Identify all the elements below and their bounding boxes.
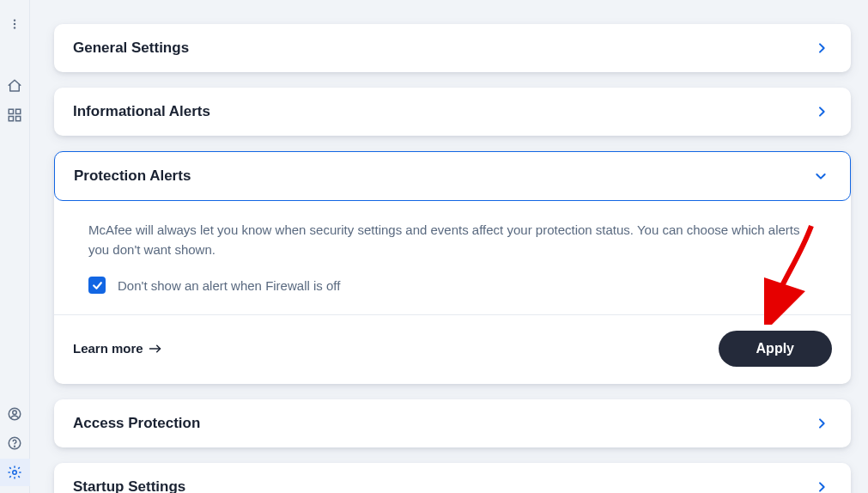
home-icon[interactable] xyxy=(0,72,30,100)
section-header-access-protection[interactable]: Access Protection xyxy=(54,399,851,447)
section-protection-alerts: Protection Alerts McAfee will always let… xyxy=(54,151,851,384)
svg-point-11 xyxy=(13,471,17,475)
chevron-right-icon xyxy=(815,105,829,119)
section-footer: Learn more Apply xyxy=(54,314,851,384)
svg-point-1 xyxy=(14,23,15,25)
more-options-icon[interactable] xyxy=(0,10,30,38)
section-title: Access Protection xyxy=(73,415,200,432)
chevron-down-icon xyxy=(814,169,828,183)
section-header-startup-settings[interactable]: Startup Settings xyxy=(54,463,851,493)
chevron-right-icon xyxy=(815,41,829,55)
svg-rect-3 xyxy=(9,109,13,113)
section-title: Informational Alerts xyxy=(73,103,210,120)
checkbox-row-firewall-alert: Don't show an alert when Firewall is off xyxy=(88,276,822,295)
chevron-right-icon xyxy=(815,417,829,430)
checkbox-firewall-alert[interactable] xyxy=(88,277,106,294)
section-informational-alerts: Informational Alerts xyxy=(54,88,851,136)
section-title: Startup Settings xyxy=(73,478,185,493)
svg-rect-6 xyxy=(16,117,21,121)
section-body: McAfee will always let you know when sec… xyxy=(54,201,851,314)
section-general-settings: General Settings xyxy=(54,24,851,72)
account-icon[interactable] xyxy=(0,400,30,428)
section-description: McAfee will always let you know when sec… xyxy=(88,220,822,260)
section-header-general-settings[interactable]: General Settings xyxy=(54,24,851,72)
svg-point-8 xyxy=(13,411,17,415)
learn-more-label: Learn more xyxy=(73,341,143,356)
svg-point-10 xyxy=(15,446,15,447)
help-icon[interactable] xyxy=(0,429,30,457)
svg-point-0 xyxy=(14,19,15,21)
section-title: General Settings xyxy=(73,40,189,57)
main-content: General Settings Informational Alerts Pr… xyxy=(30,0,868,493)
arrow-right-icon xyxy=(149,344,164,354)
section-title: Protection Alerts xyxy=(74,167,191,185)
svg-point-2 xyxy=(14,27,15,28)
svg-rect-4 xyxy=(16,109,21,113)
section-access-protection: Access Protection xyxy=(54,399,851,447)
section-header-informational-alerts[interactable]: Informational Alerts xyxy=(54,88,851,136)
settings-icon[interactable] xyxy=(0,459,30,486)
section-startup-settings: Startup Settings xyxy=(54,463,851,493)
sidebar xyxy=(0,0,30,493)
section-header-protection-alerts[interactable]: Protection Alerts xyxy=(54,151,851,201)
apply-button[interactable]: Apply xyxy=(719,331,832,367)
apps-icon[interactable] xyxy=(0,101,30,129)
checkbox-label[interactable]: Don't show an alert when Firewall is off xyxy=(118,276,340,295)
chevron-right-icon xyxy=(815,480,829,493)
learn-more-link[interactable]: Learn more xyxy=(73,341,164,356)
svg-rect-5 xyxy=(9,117,13,121)
